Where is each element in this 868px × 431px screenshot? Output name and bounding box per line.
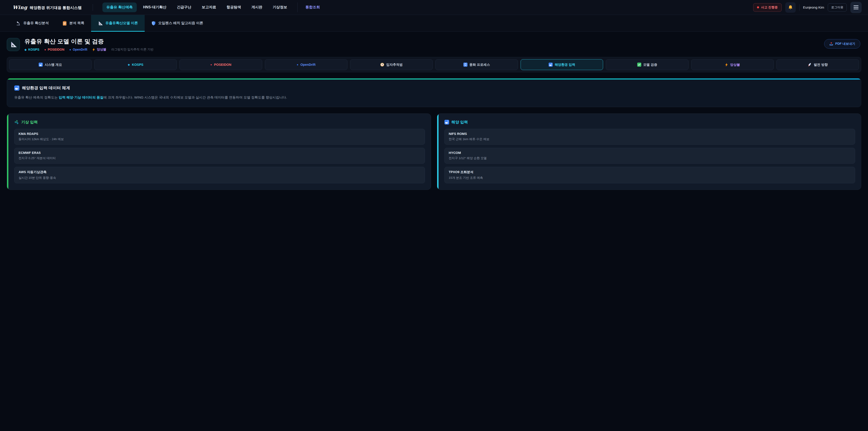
section-nav-kosps[interactable]: ◆ KOSPS [94,59,177,70]
tab-label: 유출유 확산분석 [23,21,49,26]
item-name: KMA RDAPS [19,132,421,135]
section-nav-opendrift[interactable]: ● OpenDrift [265,59,347,70]
cycle-icon [463,63,467,67]
nav-item-integrated-search[interactable]: 통합조회 [298,2,324,12]
overview-title: 해양환경 입력 데이터 체계 [22,85,70,91]
page-header: 유출유 확산 모델 이론 및 검증 ◆KOSPS ●POSEIDON ●Open… [0,32,868,56]
wave-icon [39,63,43,67]
diamond-icon: ◆ [24,48,27,51]
item-name: AWS 자동기상관측 [19,170,421,174]
bell-icon [788,5,793,10]
pdf-export-button[interactable]: PDF 내보내기 [824,39,860,49]
nav-item-aerial-search[interactable]: 항공탐색 [222,2,245,12]
main-nav: 유출유 확산예측 HNS·대기확산 긴급구난 보고자료 항공탐색 게시판 기상정… [102,2,324,12]
nav-item-reports[interactable]: 보고자료 [197,2,220,12]
item-desc: 한국 근해 1km 해류·수온 예보 [449,137,851,141]
weather-item-aws: AWS 자동기상관측 실시간 10분 단위 풍향·풍속 [14,167,425,183]
theory-basis-note: 라그랑지안 입자추적 이론 기반 [111,48,153,52]
section-nav-weathering-process[interactable]: 풍화 프로세스 [435,59,518,70]
user-divider [799,4,800,11]
tab-analysis-list[interactable]: 분석 목록 [56,15,91,31]
nav-item-hns-atmospheric[interactable]: HNS·대기확산 [139,2,170,12]
blue-circle-icon: ● [297,63,298,66]
section-nav-marine-env-input[interactable]: 해양환경 입력 [521,59,603,70]
tab-label: 오일펜스 배치 알고리즘 이론 [158,21,203,26]
hamburger-menu-button[interactable] [850,2,862,13]
bolt-icon [725,63,728,67]
section-nav-particle-tracking[interactable]: 입자추적법 [350,59,433,70]
overview-heading: 해양환경 입력 데이터 체계 [14,85,854,91]
nav-item-oil-spill-prediction[interactable]: 유출유 확산예측 [102,2,137,12]
rocket-icon [808,63,812,67]
overview-body: 유출유 확산 예측의 정확도는 입력 해양·기상 데이터의 품질에 크게 좌우됩… [14,95,854,100]
weather-item-ecmwf-era5: ECMWF ERA5 전지구 0.25° 재분석 데이터 [14,148,425,164]
weather-item-kma-rdaps: KMA RDAPS 동아시아 12km 해상도 · 24h 예보 [14,129,425,145]
item-desc: 전지구 0.25° 재분석 데이터 [19,156,421,160]
user-name: Eunjeong Kim [803,5,824,9]
tab-oil-fence-algorithm-theory[interactable]: 오일펜스 배치 알고리즘 이론 [145,15,210,31]
microscope-icon [16,21,21,26]
hamburger-icon [854,5,859,6]
notification-button[interactable] [785,2,796,13]
item-desc: 실시간 10분 단위 풍향·풍속 [19,176,421,180]
topnav-right-cluster: 사고 진행중 Eunjeong Kim 로그아웃 [753,2,862,13]
wave-icon [549,63,553,67]
overview-highlight: 입력 해양·기상 데이터의 품질 [59,95,103,99]
nav-divider [93,4,93,11]
clipboard-icon [62,21,67,26]
item-name: NIFS ROMS [449,132,851,135]
tab-label: 분석 목록 [69,21,84,26]
item-desc: 전지구 1/12° 해양 순환 모델 [449,156,851,160]
item-name: HYCOM [449,151,851,155]
weather-input-card: 기상 입력 KMA RDAPS 동아시아 12km 해상도 · 24h 예보 E… [7,114,431,190]
wind-icon [14,120,19,125]
logout-button[interactable]: 로그아웃 [828,3,847,11]
wing-logo: Wing [13,4,27,10]
top-navigation-bar: Wing 해양환경 위기대응 통합시스템 유출유 확산예측 HNS·대기확산 긴… [0,0,868,15]
incident-status-label: 사고 진행중 [761,5,778,9]
nav-item-board[interactable]: 게시판 [247,2,266,12]
tab-label: 유출유확산모델 이론 [105,21,138,26]
red-circle-icon: ● [211,63,212,66]
item-name: ECMWF ERA5 [19,151,421,155]
ocean-card-title: 해양 입력 [444,120,855,125]
tab-oil-spill-analysis[interactable]: 유출유 확산분석 [9,15,56,31]
badge-opendrift: ●OpenDrift [69,48,87,51]
red-circle-icon: ● [44,48,46,51]
input-data-cards: 기상 입력 KMA RDAPS 동아시아 12km 해상도 · 24h 예보 E… [7,114,861,190]
badge-poseidon: ●POSEIDON [44,48,64,51]
sub-tab-bar: 유출유 확산분석 분석 목록 유출유확산모델 이론 오일펜스 배치 알고리즘 이… [0,15,868,32]
wave-icon [444,120,449,125]
export-icon [829,42,833,46]
ocean-input-card: 해양 입력 NIFS ROMS 한국 근해 1km 해류·수온 예보 HYCOM… [437,114,861,190]
item-name: TPXO9 조화분석 [449,170,851,174]
section-nav-poseidon[interactable]: ● POSEIDON [180,59,262,70]
tab-spill-model-theory[interactable]: 유출유확산모델 이론 [91,15,145,31]
shield-icon [151,21,156,26]
marine-env-overview-card: 해양환경 입력 데이터 체계 유출유 확산 예측의 정확도는 입력 해양·기상 … [7,78,861,107]
section-nav-system-overview[interactable]: 시스템 개요 [9,59,92,70]
section-nav-ensemble[interactable]: 앙상블 [691,59,774,70]
nav-item-emergency-rescue[interactable]: 긴급구난 [173,2,195,12]
incident-status-badge: 사고 진행중 [753,3,782,12]
weather-card-title: 기상 입력 [14,120,425,125]
blue-circle-icon: ● [69,48,71,51]
title-column: 유출유 확산 모델 이론 및 검증 ◆KOSPS ●POSEIDON ●Open… [24,37,153,52]
page-title: 유출유 확산 모델 이론 및 검증 [24,37,153,45]
diamond-icon: ◆ [128,63,130,66]
ocean-item-hycom: HYCOM 전지구 1/12° 해양 순환 모델 [444,148,855,164]
item-desc: 15개 분조 기반 조류 예측 [449,176,851,180]
check-icon [637,63,641,67]
badge-kosps: ◆KOSPS [24,48,39,51]
section-nav-future-direction[interactable]: 발전 방향 [776,59,859,70]
ocean-item-tpxo9: TPXO9 조화분석 15개 분조 기반 조류 예측 [444,167,855,183]
app-logo: Wing 해양환경 위기대응 통합시스템 [13,4,82,10]
wave-icon [14,86,20,91]
model-badge-row: ◆KOSPS ●POSEIDON ●OpenDrift 앙상블 라그랑지안 입자… [24,48,153,52]
badge-ensemble: 앙상블 [92,48,106,52]
set-square-icon [98,21,103,26]
section-nav-model-validation[interactable]: 모델 검증 [606,59,688,70]
nav-item-weather-info[interactable]: 기상정보 [269,2,291,12]
bolt-icon [92,48,95,51]
ocean-item-nifs-roms: NIFS ROMS 한국 근해 1km 해류·수온 예보 [444,129,855,145]
